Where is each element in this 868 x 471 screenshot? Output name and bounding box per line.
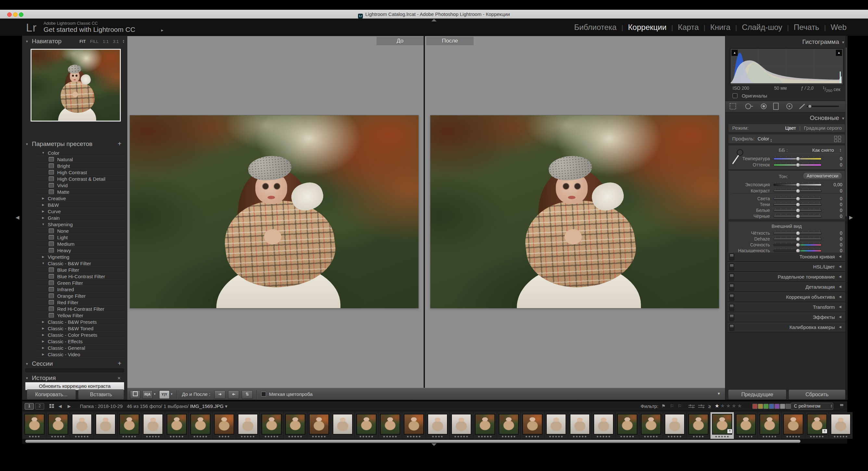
navigator-zoom-FIT[interactable]: FIT	[80, 39, 86, 44]
slider-knob[interactable]	[796, 243, 800, 247]
preset-group[interactable]: ▶Classic - Color Presets	[22, 331, 127, 338]
panel-switch-icon[interactable]	[729, 304, 734, 311]
slider-knob[interactable]	[796, 163, 800, 167]
paste-settings-button[interactable]: Вставить	[78, 389, 124, 400]
color-label-chip-4[interactable]	[769, 404, 774, 409]
filmstrip-thumbnail-18[interactable]: ★★★★	[426, 412, 450, 439]
basic-panel-title[interactable]: Основные	[810, 114, 839, 122]
history-header[interactable]: ▼ История ✕	[25, 373, 125, 383]
slider-track[interactable]	[773, 209, 822, 212]
filmstrip-thumbnail-24[interactable]: ★★★★★	[568, 412, 592, 439]
preset-group[interactable]: ▶Grain	[22, 214, 127, 221]
slider-knob[interactable]	[796, 183, 800, 187]
panel-switch-icon[interactable]	[729, 254, 734, 260]
preset-group[interactable]: ▶B&W	[22, 202, 127, 208]
preset-item[interactable]: None	[22, 228, 127, 234]
filmstrip-thumbnail-8[interactable]: ★★★★★	[189, 412, 213, 439]
section-header-Эффекты[interactable]: Эффекты◀	[727, 313, 845, 322]
flag-unflagged-icon[interactable]: ⚐	[670, 403, 674, 409]
preset-group[interactable]: ▶Classic - General	[22, 345, 127, 351]
preset-item[interactable]: Matte	[22, 188, 127, 195]
preset-group[interactable]: ▶Classic - Effects	[22, 338, 127, 345]
filmstrip-thumbnail-15[interactable]: ★★★★★	[355, 412, 378, 439]
slider-track[interactable]	[773, 158, 822, 160]
navigator-zoom-1:1[interactable]: 1:1	[103, 39, 108, 44]
wb-value[interactable]: Как снято	[812, 147, 834, 153]
filmstrip-thumbnail-26[interactable]: ★★★★★	[616, 412, 639, 439]
filter-star-5[interactable]: ★	[737, 403, 743, 409]
filmstrip-thumbnail-16[interactable]: ★★★★★	[378, 412, 402, 439]
loupe-view-button[interactable]	[130, 390, 140, 399]
rating-filter-stars[interactable]: ★★★★★	[715, 403, 743, 409]
filmstrip-thumbnail-32[interactable]: ★★★★★	[758, 412, 782, 439]
slider-track[interactable]	[773, 238, 822, 240]
preset-group[interactable]: ▶Curve	[22, 208, 127, 214]
slider-track[interactable]	[773, 244, 822, 246]
filmstrip-thumbnail-13[interactable]: ★★★★★	[307, 412, 331, 439]
add-session-icon[interactable]: +	[118, 360, 122, 367]
filter-star-1[interactable]: ★	[715, 403, 720, 409]
preset-item[interactable]: Light	[22, 234, 127, 240]
filter-star-3[interactable]: ★	[726, 403, 732, 409]
module-tab-Библиотека[interactable]: Библиотека	[574, 23, 617, 32]
section-header-Transform[interactable]: Transform◀	[727, 303, 845, 312]
color-label-chip-1[interactable]	[752, 404, 757, 409]
preset-item[interactable]: Red Hi-Contrast Filter	[22, 305, 127, 312]
view-dropdown-icon[interactable]: ▾	[171, 392, 173, 395]
filmstrip-thumbnail-31[interactable]: ★★★★★	[734, 412, 758, 439]
secondary-monitor-button[interactable]: 2	[35, 403, 44, 410]
filmstrip-thumbnail-29[interactable]: ★★★★	[687, 412, 710, 439]
navigator-preview[interactable]	[31, 49, 121, 122]
slider-knob[interactable]	[796, 214, 800, 218]
edits-filter-icon[interactable]	[688, 404, 695, 409]
swap-before-after-button[interactable]: ⇅	[242, 390, 253, 399]
profile-value[interactable]: Color	[757, 136, 772, 142]
section-header-Раздельное тонирование[interactable]: Раздельное тонирование◀	[727, 272, 845, 282]
before-after-lr-button[interactable]: R|A	[142, 390, 153, 399]
next-photo-icon[interactable]: ▶	[68, 404, 71, 409]
filmstrip-thumbnail-6[interactable]: ★★★★★	[141, 412, 165, 439]
module-tab-Слайд-шоу[interactable]: Слайд-шоу	[730, 23, 782, 32]
panel-switch-icon[interactable]	[729, 274, 734, 281]
presets-header[interactable]: ▼ Параметры пресетов +	[25, 139, 125, 149]
preset-item[interactable]: Natural	[22, 156, 127, 163]
preset-item[interactable]: Blue Filter	[22, 267, 127, 273]
filmstrip-thumbnail-9[interactable]: ★★★★	[213, 412, 236, 439]
filmstrip-thumbnail-34[interactable]: ★★★★★±	[805, 412, 829, 439]
slider-knob[interactable]	[796, 237, 800, 241]
color-label-chip-7[interactable]	[785, 404, 791, 409]
filmstrip-thumbnail-19[interactable]: ★★★★★	[450, 412, 473, 439]
filmstrip-thumbnail-3[interactable]: ★★★★★	[70, 412, 94, 439]
slider-track[interactable]	[773, 204, 822, 206]
color-label-chip-5[interactable]	[774, 404, 780, 409]
copy-before-to-after-button[interactable]: ➜	[214, 390, 225, 399]
slider-knob[interactable]	[796, 157, 800, 161]
right-panel-scrollbar[interactable]	[845, 36, 847, 400]
slider-knob[interactable]	[796, 208, 800, 213]
preset-item[interactable]: Infrared	[22, 286, 127, 293]
filmstrip-scrollbar[interactable]	[25, 440, 800, 443]
section-header-Коррекция объектива[interactable]: Коррекция объектива◀	[727, 293, 845, 302]
color-label-chip-2[interactable]	[758, 404, 763, 409]
panel-switch-icon[interactable]	[729, 264, 734, 270]
filmstrip-thumbnail-21[interactable]: ★★★★★	[497, 412, 521, 439]
flag-rejected-icon[interactable]: ⚐	[678, 403, 682, 409]
soft-proof-checkbox[interactable]	[261, 392, 266, 396]
primary-monitor-button[interactable]: 1	[25, 403, 34, 410]
reset-button[interactable]: Сбросить	[788, 389, 845, 400]
toolbar-options-chevron-icon[interactable]: ▾	[718, 391, 720, 396]
filmstrip-thumbnail-22[interactable]: ★★★★★	[521, 412, 545, 439]
slider-track[interactable]	[773, 215, 822, 217]
preset-group[interactable]: ▶Classic - B&W Presets	[22, 319, 127, 325]
copy-settings-button[interactable]: Копировать...	[27, 389, 76, 400]
histogram[interactable]: ▲ ▲	[730, 48, 844, 85]
after-photo[interactable]	[430, 115, 719, 308]
history-entry[interactable]: Обновить коррекцию контраста	[25, 382, 124, 390]
collapse-top-panel-icon[interactable]	[431, 19, 437, 22]
sessions-header[interactable]: ▼ Сессии +	[25, 359, 125, 369]
filmstrip-thumbnail-28[interactable]: ★★★★★	[663, 412, 687, 439]
view-dropdown-icon[interactable]: ▾	[154, 392, 156, 395]
section-header-Детализация[interactable]: Детализация◀	[727, 283, 845, 292]
treatment-bw-option[interactable]: Градации серого	[804, 125, 842, 131]
preset-item[interactable]: Bright	[22, 163, 127, 169]
